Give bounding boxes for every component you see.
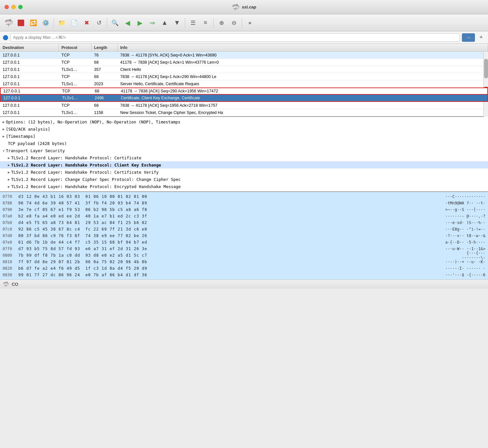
expand-icon: ∨ xyxy=(3,149,5,152)
list-icon: ☰ xyxy=(190,19,196,26)
stop-button[interactable] xyxy=(15,17,27,29)
forward-button[interactable]: ▶ xyxy=(134,17,146,29)
cell-info: 7838 → 41178 [ACK] Seq=1 Ack=290 Win=448… xyxy=(118,73,488,80)
go-up-button[interactable]: ▲ xyxy=(159,17,171,29)
packet-row[interactable]: 127.0.0.1 TCP 68 7838 → 41178 [ACK] Seq=… xyxy=(0,102,488,109)
zoom-in-icon: ⊕ xyxy=(219,19,224,26)
detail-text: TCP payload (2428 bytes) xyxy=(8,141,67,146)
list-view-button[interactable]: ☰ xyxy=(187,17,199,29)
shark-icon: 🦈 xyxy=(232,3,240,11)
cell-length: 2023 xyxy=(91,80,118,87)
hex-row: 0810 7f 97 dd 8e 29 07 81 2b 96 0a 75 02… xyxy=(0,259,488,265)
packet-row-red-border[interactable]: 127.0.0.1 TCP 68 41178 → 7838 [ACK] Seq=… xyxy=(0,88,488,95)
packet-row[interactable]: 127.0.0.1 TCP 68 41178 → 7838 [ACK] Seq=… xyxy=(0,59,488,66)
traffic-lights xyxy=(5,5,23,9)
toolbar: 🦈 🔁 ⚙️ 📁 📄 ✖ ↺ 🔍 ◀ ▶ ⇒ ▲ ▼ ☰ ≡ xyxy=(0,14,488,31)
expand-icon: ▶ xyxy=(3,127,5,131)
detail-row-tls-certverify[interactable]: ▶ TLSv1.2 Record Layer: Handshake Protoc… xyxy=(0,168,488,176)
header-destination: Destination xyxy=(0,44,59,51)
cell-destination: 127.0.0.1 xyxy=(1,88,59,94)
filter-add-button[interactable]: + xyxy=(477,33,485,42)
detail-row-options[interactable]: ▶ Options: (12 bytes), No-Operation (NOP… xyxy=(0,118,488,125)
colorize-button[interactable]: ≡ xyxy=(200,17,211,29)
packet-list-scrollbar[interactable] xyxy=(483,52,488,117)
cell-destination: 127.0.0.1 xyxy=(0,59,59,66)
detail-row-timestamps[interactable]: ▶ [Timestamps] xyxy=(0,133,488,140)
cell-length: 357 xyxy=(91,66,118,73)
separator-2 xyxy=(107,18,107,28)
separator-1 xyxy=(54,18,54,28)
reload-button[interactable]: ↺ xyxy=(93,17,105,29)
shark-toolbar-button[interactable]: 🦈 xyxy=(3,17,14,29)
zoom-in-button[interactable]: ⊕ xyxy=(216,17,227,29)
hex-offset: 0810 xyxy=(3,260,18,264)
hex-row: 07a0 b2 e8 fa a4 e0 ed ee 2d 40 1a e7 b1… xyxy=(0,213,488,219)
cell-length: 68 xyxy=(91,102,118,109)
close-button[interactable] xyxy=(5,5,9,9)
expand-icon: ▶ xyxy=(8,170,10,174)
detail-text: Options: (12 bytes), No-Operation (NOP),… xyxy=(6,120,180,124)
go-down-button[interactable]: ▼ xyxy=(171,17,183,29)
detail-row-tls-cke[interactable]: ▶ TLSv1.2 Record Layer: Handshake Protoc… xyxy=(0,161,488,168)
expand-icon: ▶ xyxy=(8,185,10,188)
hex-ascii: ·tMn9@WA ?·· ··t· xyxy=(443,201,485,205)
packet-row[interactable]: 127.0.0.1 TCP 76 7838 → 41178 [SYN, ACK]… xyxy=(0,52,488,59)
packet-row-selected[interactable]: 127.0.0.1 TLSv1… 2496 Certificate, Clien… xyxy=(0,95,488,102)
arrow-right-icon: → xyxy=(466,35,471,40)
scrollbar-thumb[interactable] xyxy=(484,59,488,78)
more-button[interactable]: » xyxy=(244,17,256,29)
hex-bytes: b6 d7 fe a2 e4 f6 49 d5 1f c3 1d 0a d4 f… xyxy=(18,266,443,271)
packet-row[interactable]: 127.0.0.1 TCP 68 7838 → 41178 [ACK] Seq=… xyxy=(0,73,488,80)
packet-list: Destination Protocol Length Info 127.0.0… xyxy=(0,44,488,117)
close-file-button[interactable]: ✖ xyxy=(81,17,92,29)
cell-info: New Session Ticket, Change Cipher Spec, … xyxy=(118,109,488,116)
cell-length: 68 xyxy=(91,73,118,80)
filter-input[interactable] xyxy=(10,33,460,42)
restart-button[interactable]: 🔁 xyxy=(27,17,39,29)
back-button[interactable]: ◀ xyxy=(122,17,133,29)
detail-row-tls-cert[interactable]: ▶ TLSv1.2 Record Layer: Handshake Protoc… xyxy=(0,154,488,161)
cell-destination: 127.0.0.1 xyxy=(0,73,59,80)
packet-list-header: Destination Protocol Length Info xyxy=(0,44,488,52)
detail-row-tls-header[interactable]: ∨ Transport Layer Security xyxy=(0,147,488,154)
packet-row[interactable]: 127.0.0.1 TLSv1… 2023 Server Hello, Cert… xyxy=(0,80,488,88)
detail-row-tls-ccs[interactable]: ▶ TLSv1.2 Record Layer: Change Cipher Sp… xyxy=(0,176,488,183)
cell-info: Certificate, Client Key Exchange, Certif… xyxy=(118,95,487,101)
hex-offset: 07c0 xyxy=(3,227,18,232)
packet-row[interactable]: 127.0.0.1 TLSv1… 1158 New Session Ticket… xyxy=(0,109,488,116)
cell-protocol: TCP xyxy=(59,73,91,80)
go-first-button[interactable]: ⇒ xyxy=(146,17,158,29)
save-button[interactable]: 📄 xyxy=(68,17,80,29)
hex-offset: 0820 xyxy=(3,266,18,271)
maximize-button[interactable] xyxy=(18,5,23,9)
expand-icon: ▶ xyxy=(8,156,10,160)
filter-apply-button[interactable]: → xyxy=(462,33,475,42)
zoom-out-button[interactable]: ⊖ xyxy=(228,17,240,29)
hex-row: 0770 d3 12 0e 43 b1 16 03 03 01 06 10 00… xyxy=(0,193,488,200)
plus-icon: + xyxy=(480,34,483,41)
open-folder-button[interactable]: 📁 xyxy=(56,17,68,29)
detail-row-tls-ehm[interactable]: ▶ TLSv1.2 Record Layer: Handshake Protoc… xyxy=(0,183,488,190)
separator-4 xyxy=(213,18,214,28)
minimize-button[interactable] xyxy=(11,5,16,9)
zoom-out-icon: ⊖ xyxy=(232,19,236,26)
expand-icon: ▶ xyxy=(3,135,5,138)
search-button[interactable]: 🔍 xyxy=(109,17,121,29)
settings-button[interactable]: ⚙️ xyxy=(40,17,52,29)
cell-info: Server Hello, Certificate, Certificate R… xyxy=(118,80,488,87)
hex-bytes: 3e 7e cf 05 67 e1 f9 53 06 b2 98 5b c5 a… xyxy=(18,207,443,212)
detail-row-seqack[interactable]: ▶ [SEQ/ACK analysis] xyxy=(0,125,488,133)
cell-protocol: TLSv1… xyxy=(59,95,92,101)
hex-offset: 07f0 xyxy=(3,247,18,251)
hex-row: 07f0 d7 93 b5 75 8d 57 fd 93 e6 a7 31 ef… xyxy=(0,246,488,252)
packet-row[interactable]: 127.0.0.1 TLSv1… 357 Client Hello xyxy=(0,66,488,73)
hex-bytes: 92 86 c5 45 38 67 8c c4 fc 22 69 7f 21 3… xyxy=(18,227,443,232)
expand-icon: ▶ xyxy=(3,120,5,124)
hex-ascii: ·?···v·· t8··w··& xyxy=(443,233,485,238)
hex-offset: 07d0 xyxy=(3,233,18,238)
go-first-icon: ⇒ xyxy=(150,19,155,27)
detail-row-tcp-payload[interactable]: TCP payload (2428 bytes) xyxy=(0,140,488,147)
hex-ascii: ···C············· xyxy=(443,194,485,199)
forward-icon: ▶ xyxy=(138,19,142,27)
go-up-icon: ▲ xyxy=(161,19,168,26)
